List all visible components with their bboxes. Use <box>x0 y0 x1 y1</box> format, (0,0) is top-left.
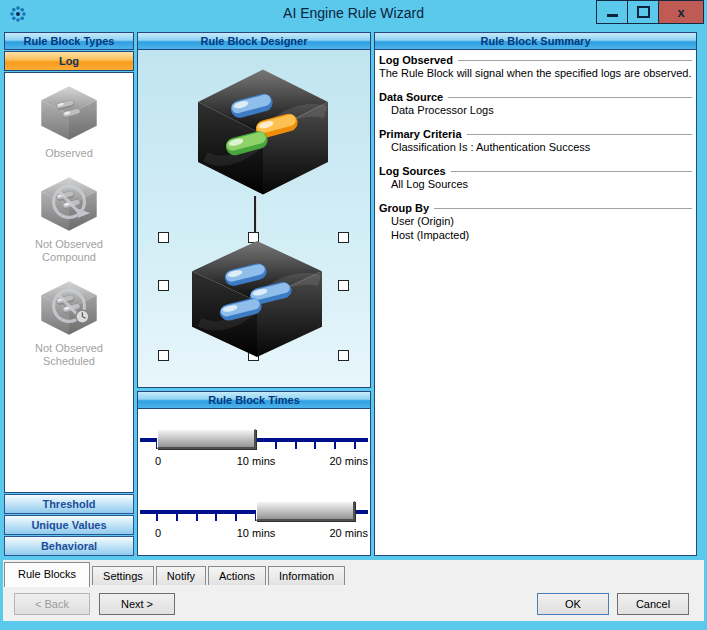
designer-canvas[interactable] <box>138 50 370 388</box>
slider-bar[interactable] <box>256 501 355 521</box>
summary-section-log-sources: Log Sources All Log Sources <box>379 165 692 191</box>
tab-information[interactable]: Information <box>268 566 345 585</box>
next-button[interactable]: Next > <box>99 593 175 615</box>
rule-block-summary-header: Rule Block Summary <box>375 33 696 50</box>
type-item-label: Not Observed Scheduled <box>19 342 119 368</box>
section-text: User (Origin) <box>379 214 692 228</box>
rule-block-types-header: Rule Block Types <box>4 32 134 50</box>
section-divider <box>448 97 692 100</box>
maximize-button[interactable] <box>627 0 659 24</box>
selection-handle[interactable] <box>158 232 169 243</box>
section-text: All Log Sources <box>379 177 692 191</box>
rule-block-times-panel: Rule Block Times 0 10 mins 20 mins <box>137 391 371 556</box>
wizard-tabs: Rule Blocks Settings Notify Actions Info… <box>4 562 347 587</box>
title-bar[interactable]: AI Engine Rule Wizard x <box>0 0 707 28</box>
type-item-label: Observed <box>19 147 119 160</box>
section-heading: Log Sources <box>379 165 446 177</box>
close-button[interactable]: x <box>658 0 704 24</box>
cancel-button[interactable]: Cancel <box>617 593 689 615</box>
section-divider <box>434 208 692 211</box>
tab-rule-blocks[interactable]: Rule Blocks <box>4 562 90 587</box>
ok-button[interactable]: OK <box>537 593 609 615</box>
section-divider <box>451 171 692 174</box>
summary-section-data-source: Data Source Data Processor Logs <box>379 91 692 117</box>
maximize-icon <box>637 6 650 18</box>
minimize-button[interactable] <box>596 0 628 24</box>
threshold-type-button[interactable]: Threshold <box>4 494 134 514</box>
slider-label-min: 0 <box>155 527 161 539</box>
tab-actions[interactable]: Actions <box>208 566 266 585</box>
slider-label-min: 0 <box>155 455 161 467</box>
section-heading: Log Observed <box>379 54 453 66</box>
section-text: Data Processor Logs <box>379 103 692 117</box>
back-button[interactable]: < Back <box>14 593 90 615</box>
section-divider <box>467 134 692 137</box>
rule-block-types-panel: Rule Block Types Log Observed Not Observ… <box>4 32 134 556</box>
unique-values-type-button[interactable]: Unique Values <box>4 515 134 535</box>
cube-observed-icon <box>37 83 101 143</box>
selection-handle[interactable] <box>338 350 349 361</box>
section-heading: Group By <box>379 202 429 214</box>
rule-block-type-list: Observed Not Observed Compound Not Obser… <box>4 72 134 493</box>
ai-engine-rule-wizard-window: AI Engine Rule Wizard x Rule Block Types… <box>0 0 707 630</box>
rule-block-designer-header: Rule Block Designer <box>138 33 370 50</box>
log-type-button[interactable]: Log <box>4 51 134 71</box>
behavioral-type-button[interactable]: Behavioral <box>4 536 134 556</box>
summary-section-log-observed: Log Observed The Rule Block will signal … <box>379 54 692 80</box>
slider-bar[interactable] <box>157 429 256 449</box>
slider-label-max: 20 mins <box>329 455 368 467</box>
section-text: Host (Impacted) <box>379 228 692 242</box>
block-connector-line <box>254 196 257 236</box>
bottom-strip: Rule Blocks Settings Notify Actions Info… <box>3 560 704 621</box>
wizard-content: Rule Block Types Log Observed Not Observ… <box>3 28 704 621</box>
selection-handle[interactable] <box>338 232 349 243</box>
slider-label-mid: 10 mins <box>237 455 276 467</box>
type-item-observed[interactable]: Observed <box>19 83 119 160</box>
summary-section-group-by: Group By User (Origin) Host (Impacted) <box>379 202 692 242</box>
type-item-not-observed-compound[interactable]: Not Observed Compound <box>19 174 119 264</box>
rule-block-cube-selected[interactable] <box>182 234 332 364</box>
rule-block-designer-panel: Rule Block Designer <box>137 32 371 388</box>
rule-block-cube-source[interactable] <box>188 62 338 202</box>
rule-block-times-header: Rule Block Times <box>138 392 370 409</box>
slider-label-max: 20 mins <box>329 527 368 539</box>
section-divider <box>458 60 692 63</box>
selection-handle[interactable] <box>158 350 169 361</box>
rule-block-summary-panel: Rule Block Summary Log Observed The Rule… <box>374 32 697 556</box>
time-slider-1: 0 10 mins 20 mins <box>140 428 368 474</box>
slider-label-mid: 10 mins <box>237 527 276 539</box>
tab-notify[interactable]: Notify <box>156 566 206 585</box>
selection-handle[interactable] <box>158 280 169 291</box>
cube-not-observed-compound-icon <box>37 174 101 234</box>
type-item-not-observed-scheduled[interactable]: Not Observed Scheduled <box>19 278 119 368</box>
selection-handle[interactable] <box>338 280 349 291</box>
time-slider-2: 0 10 mins 20 mins <box>140 500 368 546</box>
type-item-label: Not Observed Compound <box>19 238 119 264</box>
section-heading: Primary Criteria <box>379 128 462 140</box>
cube-not-observed-scheduled-icon <box>37 278 101 338</box>
section-heading: Data Source <box>379 91 443 103</box>
summary-section-primary-criteria: Primary Criteria Classification Is : Aut… <box>379 128 692 154</box>
tab-settings[interactable]: Settings <box>92 566 154 585</box>
minimize-icon <box>607 14 618 17</box>
section-text: The Rule Block will signal when the spec… <box>379 66 692 80</box>
section-text: Classification Is : Authentication Succe… <box>379 140 692 154</box>
